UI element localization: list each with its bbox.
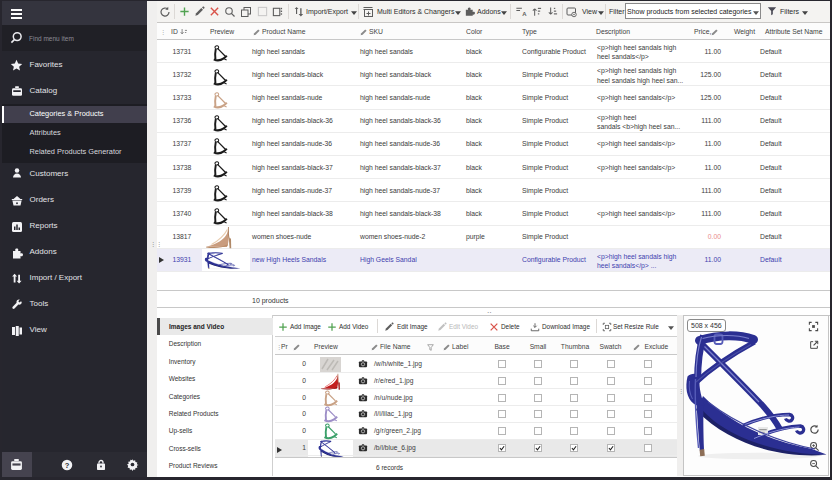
svg-text:?: ? bbox=[65, 460, 70, 469]
svg-text:A: A bbox=[522, 11, 527, 17]
